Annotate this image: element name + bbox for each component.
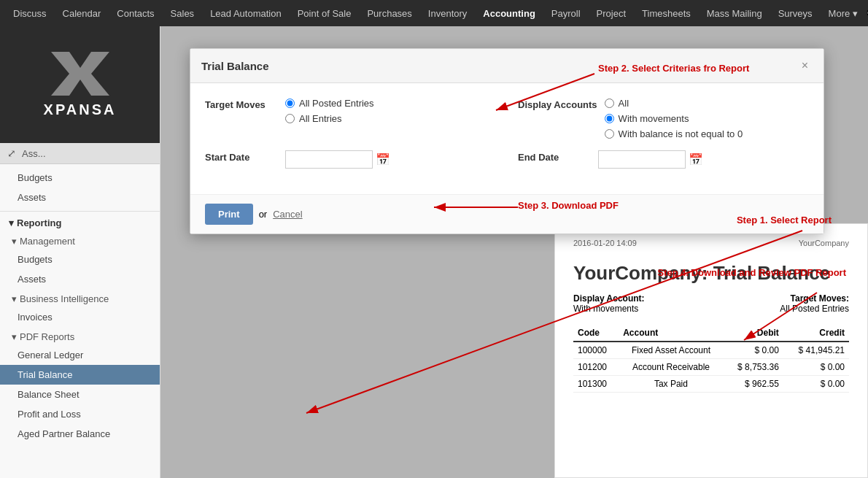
- pdf-meta: 2016-01-20 14:09 YourCompany: [573, 239, 849, 247]
- nav-inventory[interactable]: Inventory: [421, 5, 474, 22]
- cell-credit: $ 41,945.21: [783, 342, 849, 359]
- nav-discuss[interactable]: Discuss: [6, 5, 54, 22]
- nav-sales[interactable]: Sales: [163, 5, 202, 22]
- start-date-calendar-icon[interactable]: 📅: [376, 153, 390, 166]
- pdf-preview: 2016-01-20 14:09 YourCompany YourCompany…: [554, 223, 868, 478]
- radio-all-label[interactable]: All: [605, 98, 743, 109]
- radio-not-equal-zero-label[interactable]: With balance is not equal to 0: [605, 128, 743, 139]
- logo-text: XPANSA: [44, 101, 117, 118]
- cancel-button[interactable]: Cancel: [273, 209, 302, 220]
- radio-all-posted-text: All Posted Entries: [299, 98, 374, 109]
- start-date-wrapper: 📅: [285, 150, 390, 169]
- nav-more[interactable]: More ▾: [821, 5, 865, 22]
- cell-account: Fixed Asset Account: [619, 342, 724, 359]
- fullscreen-icon[interactable]: ⤢: [7, 147, 16, 159]
- pdf-date: 2016-01-20 14:09: [573, 239, 637, 247]
- target-moves-controls: All Posted Entries All Entries: [285, 98, 374, 124]
- sidebar-item-budgets[interactable]: Budgets: [0, 250, 160, 269]
- col-code: Code: [573, 325, 619, 342]
- modal-close-button[interactable]: ×: [797, 58, 813, 74]
- sidebar-item-trial-balance[interactable]: Trial Balance: [0, 365, 160, 385]
- end-date-label: End Date: [518, 150, 591, 163]
- modal-header: Trial Balance ×: [190, 49, 824, 83]
- nav-contacts[interactable]: Contacts: [109, 5, 161, 22]
- radio-with-movements-text: With movements: [619, 113, 689, 124]
- pdf-info-row: Display Account: With movements Target M…: [573, 293, 849, 314]
- print-button[interactable]: Print: [205, 204, 253, 225]
- end-date-field: End Date 📅: [518, 150, 809, 169]
- nav-accounting[interactable]: Accounting: [476, 5, 543, 22]
- display-accounts-label: Display Accounts: [518, 98, 597, 110]
- radio-with-movements-label[interactable]: With movements: [605, 113, 743, 124]
- modal-title: Trial Balance: [201, 60, 269, 72]
- sidebar-item-profit-loss[interactable]: Profit and Loss: [0, 404, 160, 424]
- sidebar-item-invoices[interactable]: Invoices: [0, 307, 160, 327]
- modal-footer: Print or Cancel: [190, 194, 824, 234]
- sidebar-logo: XPANSA: [0, 26, 160, 143]
- cell-account: Account Receivable: [619, 359, 724, 376]
- sidebar-item-general-ledger[interactable]: General Ledger: [0, 345, 160, 365]
- end-date-input[interactable]: [598, 150, 686, 169]
- radio-all[interactable]: [605, 99, 614, 108]
- radio-all-text: All: [619, 98, 629, 109]
- cell-code: 101300: [573, 376, 619, 393]
- bi-expand-icon: ▾: [12, 293, 17, 304]
- end-date-wrapper: 📅: [598, 150, 703, 169]
- sidebar-item-assets-top[interactable]: Assets: [0, 188, 160, 207]
- form-row-moves-display: Target Moves All Posted Entries All Entr…: [205, 98, 809, 139]
- start-date-field: Start Date 📅: [205, 150, 496, 169]
- end-date-calendar-icon[interactable]: 📅: [689, 153, 703, 166]
- nav-lead-automation[interactable]: Lead Automation: [203, 5, 289, 22]
- nav-surveys[interactable]: Surveys: [771, 5, 820, 22]
- pdf-title: YourCompany: Trial Balance: [573, 262, 849, 285]
- radio-all-posted[interactable]: [285, 99, 295, 108]
- sidebar-bi-group: ▾ Business Intelligence: [0, 289, 160, 307]
- radio-all-entries[interactable]: [285, 114, 295, 123]
- radio-not-equal-zero-text: With balance is not equal to 0: [619, 128, 743, 139]
- nav-timesheets[interactable]: Timesheets: [635, 5, 698, 22]
- sidebar-item-assets[interactable]: Assets: [0, 269, 160, 289]
- radio-not-equal-zero[interactable]: [605, 129, 614, 139]
- sidebar-pdf-group: ▾ PDF Reports: [0, 327, 160, 345]
- table-row: 100000 Fixed Asset Account $ 0.00 $ 41,9…: [573, 342, 849, 359]
- cell-code: 101200: [573, 359, 619, 376]
- nav-payroll[interactable]: Payroll: [544, 5, 588, 22]
- radio-with-movements[interactable]: [605, 114, 614, 123]
- sidebar-item-aged-partner[interactable]: Aged Partner Balance: [0, 424, 160, 444]
- radio-all-entries-label[interactable]: All Entries: [285, 113, 374, 124]
- pdf-expand-icon: ▾: [12, 331, 17, 342]
- nav-mass-mailing[interactable]: Mass Mailing: [700, 5, 770, 22]
- display-accounts-field: Display Accounts All With movements: [518, 98, 809, 139]
- reporting-expand-icon: ▾: [9, 217, 14, 228]
- nav-point-of-sale[interactable]: Point of Sale: [290, 5, 359, 22]
- or-label: or: [259, 209, 268, 220]
- cell-debit: $ 0.00: [724, 342, 783, 359]
- radio-all-posted-label[interactable]: All Posted Entries: [285, 98, 374, 109]
- sidebar-item-budgets-top[interactable]: Budgets: [0, 168, 160, 188]
- col-debit: Debit: [724, 325, 783, 342]
- sidebar-page-title: Ass...: [22, 148, 46, 159]
- svg-marker-0: [51, 52, 109, 96]
- display-account-label: Display Account:: [573, 293, 645, 304]
- target-moves-label: Target Moves: [205, 98, 278, 110]
- target-moves-field: Target Moves All Posted Entries All Entr…: [205, 98, 496, 124]
- pdf-table: Code Account Debit Credit 100000 Fixed A…: [573, 325, 849, 393]
- trial-balance-modal: Trial Balance × Target Moves All Posted …: [190, 48, 824, 234]
- table-row: 101300 Tax Paid $ 962.55 $ 0.00: [573, 376, 849, 393]
- start-date-input[interactable]: [285, 150, 373, 169]
- sidebar-reporting-label: ▾ Reporting: [0, 212, 160, 231]
- logo-icon: [51, 52, 109, 96]
- top-navigation: Discuss Calendar Contacts Sales Lead Aut…: [0, 0, 868, 26]
- pdf-display-account: Display Account: With movements: [573, 293, 645, 314]
- display-accounts-controls: All With movements With balance is not e…: [605, 98, 743, 139]
- cell-credit: $ 0.00: [783, 376, 849, 393]
- sidebar-management-group: ▾ Management: [0, 231, 160, 250]
- nav-purchases[interactable]: Purchases: [360, 5, 419, 22]
- radio-all-entries-text: All Entries: [299, 113, 342, 124]
- display-account-value: With movements: [573, 304, 645, 314]
- sidebar-item-balance-sheet[interactable]: Balance Sheet: [0, 385, 160, 404]
- nav-project[interactable]: Project: [589, 5, 633, 22]
- nav-calendar[interactable]: Calendar: [55, 5, 109, 22]
- target-moves-pdf-label: Target Moves:: [780, 293, 849, 304]
- sidebar: XPANSA ⤢ Ass... Budgets Assets ▾ Reporti…: [0, 26, 160, 478]
